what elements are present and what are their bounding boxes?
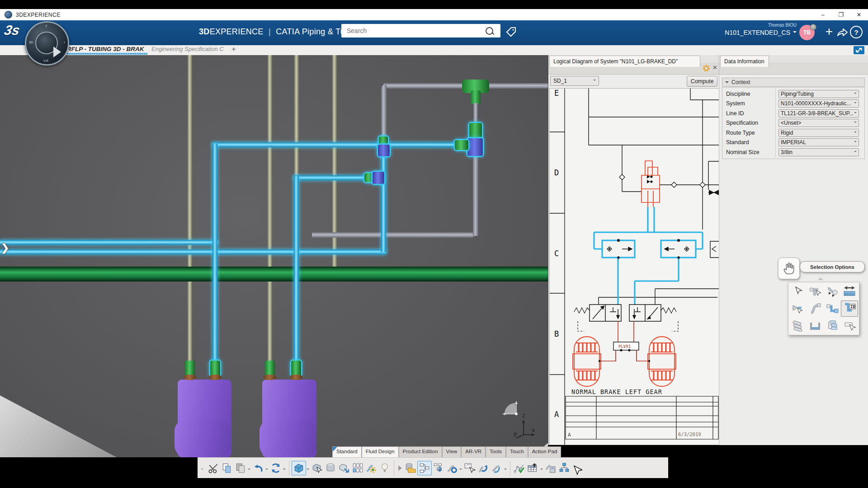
fitting-blue-highlighted-2[interactable]	[378, 145, 390, 156]
route-type-dropdown[interactable]: Rigid	[778, 129, 859, 137]
fitting-green-highlighted-2[interactable]	[455, 140, 468, 150]
toolbar-tab-standard[interactable]: Standard	[332, 446, 362, 457]
create-stock-button[interactable]	[324, 461, 337, 475]
check-valves[interactable]	[619, 174, 705, 188]
engineering-tools-button[interactable]	[364, 461, 378, 475]
tube-cyan-v2[interactable]	[294, 176, 299, 371]
place-from-diagram-button[interactable]	[432, 461, 445, 475]
add-content-button[interactable]: +	[826, 24, 833, 39]
update-button[interactable]	[269, 461, 283, 475]
route-from-schematic-button[interactable]	[463, 461, 476, 475]
nominal-size-dropdown[interactable]: 3/8in	[778, 148, 859, 156]
tube-gray-riser[interactable]	[473, 155, 478, 236]
hydraulic-component-2-lobe[interactable]	[259, 419, 316, 457]
close-button[interactable]: ✕	[850, 9, 868, 20]
tee-fitting-green-stub[interactable]	[471, 90, 481, 104]
select-3d-part-button[interactable]	[310, 461, 324, 475]
product-structure-button[interactable]	[557, 461, 571, 475]
paste-dropdown-caret[interactable]	[248, 469, 250, 471]
knowledge-bulb-button[interactable]	[378, 461, 392, 475]
tube-cyan-h2[interactable]	[0, 249, 386, 254]
viewport-corner-peel[interactable]	[0, 395, 117, 457]
toolbar-tab-touch[interactable]: Touch	[506, 446, 528, 457]
toolbar-collapse-icon[interactable]: ⌄	[200, 465, 204, 470]
select-connector-icon[interactable]	[824, 284, 840, 299]
tube-cyan-h1[interactable]	[0, 240, 218, 245]
select-box-icon[interactable]	[841, 318, 858, 333]
hydraulic-component-1-lobe[interactable]	[175, 419, 231, 457]
tube-beige-1[interactable]	[188, 55, 192, 363]
share-icon[interactable]	[836, 26, 848, 38]
search-input[interactable]	[346, 27, 486, 35]
tube-gray-stub[interactable]	[473, 103, 478, 125]
toolbar-tab-ar-vr[interactable]: AR-VR	[461, 446, 486, 457]
tab-data-information[interactable]: Data Information	[720, 56, 769, 67]
schematic-canvas[interactable]: E D C B A	[549, 88, 719, 445]
search-bar[interactable]	[341, 24, 500, 38]
schematic-plv[interactable]: PLV91	[599, 321, 649, 361]
toolbar-tab-fluid-design[interactable]: Fluid Design	[362, 446, 399, 457]
sheet-selector[interactable]: SD_1	[550, 76, 599, 86]
tag-icon[interactable]	[505, 26, 517, 38]
panel-settings-gear-icon[interactable]	[703, 65, 710, 72]
pipe-green-main[interactable]	[0, 267, 548, 282]
avatar[interactable]: TB	[799, 25, 815, 40]
directional-valves[interactable]	[574, 305, 678, 331]
toolbar-tab-view[interactable]: View	[442, 446, 462, 457]
expand-window-button[interactable]	[854, 46, 864, 54]
logical-diagram-button[interactable]	[417, 461, 432, 475]
line-id-dropdown[interactable]: TL121-GR-3/8-BREAK_SUP...	[778, 109, 859, 117]
3d-viewport[interactable]: ❯ z x y	[0, 55, 548, 457]
tab-logical-diagram[interactable]: Logical Diagram of System "N101_LG-BRAKE…	[549, 56, 700, 67]
toolbar-more-button[interactable]	[396, 461, 404, 475]
maximize-button[interactable]: ❐	[832, 9, 850, 20]
search-icon[interactable]	[486, 27, 493, 35]
select-measure-icon[interactable]	[841, 284, 858, 299]
port-fitting-green-2-highlighted[interactable]	[210, 361, 220, 376]
compass-south-label[interactable]: V.R	[43, 59, 48, 62]
doc-tab-secondary[interactable]: Engineering Specification C	[151, 46, 224, 52]
cut-button[interactable]	[207, 461, 220, 475]
port-fitting-green-3[interactable]	[265, 361, 275, 376]
open-data-button[interactable]	[404, 461, 417, 475]
tube-function-dropdown-caret[interactable]	[504, 469, 507, 471]
tube-cyan-v1[interactable]	[212, 144, 217, 371]
tube-gray-mid[interactable]	[312, 232, 476, 238]
discipline-dropdown[interactable]: Piping/Tubing	[778, 90, 859, 98]
port-fitting-green-4-highlighted[interactable]	[291, 361, 301, 376]
standard-dropdown[interactable]: IMPERIAL	[778, 138, 859, 146]
copy-button[interactable]	[220, 461, 234, 475]
select-bundle-icon[interactable]	[790, 318, 806, 333]
update-dropdown-caret[interactable]	[283, 469, 286, 471]
workspace-selector[interactable]: N101_EXTENDED_CS	[725, 29, 797, 36]
fitting-green-highlighted-3[interactable]	[379, 136, 388, 145]
new-3d-part-button[interactable]	[292, 461, 306, 475]
select-id-icon[interactable]: ID	[841, 300, 858, 317]
select-tube-icon[interactable]	[807, 301, 823, 316]
hand-tool-button[interactable]	[778, 258, 800, 279]
fitting-blue-highlighted-1[interactable]	[467, 138, 483, 156]
compass-widget[interactable]: Y 3D i V.R	[25, 21, 69, 66]
paste-button[interactable]	[234, 461, 247, 475]
compass-north-label[interactable]: Y	[45, 24, 47, 28]
check-consistency-button[interactable]	[513, 461, 526, 475]
tube-cyan-h4[interactable]	[294, 175, 372, 180]
new-tab-button[interactable]: +	[231, 45, 236, 54]
tube-cyan-v3[interactable]	[381, 147, 386, 252]
tube-beige-2[interactable]	[268, 55, 272, 363]
port-fitting-green-1[interactable]	[185, 361, 195, 376]
schematic-lines[interactable]	[589, 89, 719, 305]
compute-button[interactable]: Compute	[687, 76, 717, 87]
pattern-button[interactable]	[351, 461, 364, 475]
toolbar-tab-tools[interactable]: Tools	[486, 446, 506, 457]
specification-dropdown[interactable]: <Unset>	[778, 119, 859, 127]
tube-function-button[interactable]	[490, 461, 504, 475]
select-list-icon[interactable]	[824, 318, 840, 333]
compass-east-label[interactable]: i	[64, 41, 65, 44]
toolbar-tab-action-pad[interactable]: Action Pad	[528, 446, 561, 457]
select-tray-icon[interactable]	[807, 318, 823, 333]
transfer-route-button[interactable]	[476, 461, 490, 475]
tube-cyan-h3[interactable]	[212, 142, 459, 147]
compass-core[interactable]	[35, 32, 58, 54]
design-table-dropdown-caret[interactable]	[540, 469, 543, 471]
